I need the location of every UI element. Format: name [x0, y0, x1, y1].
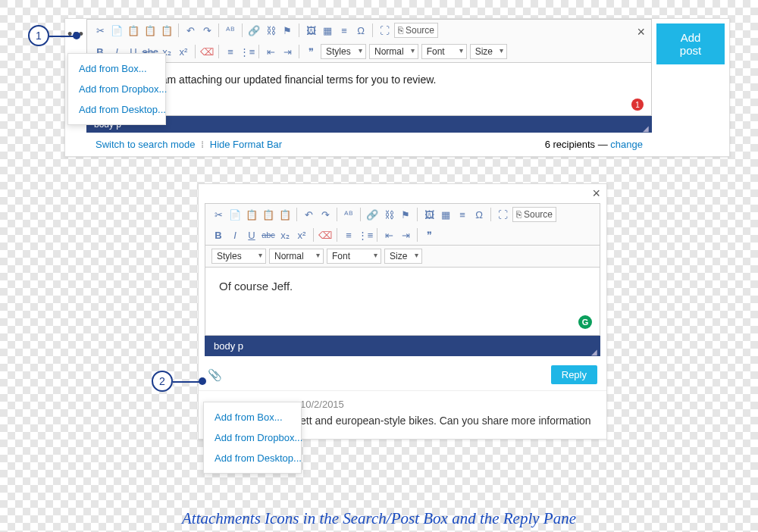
attach-dropbox-item[interactable]: Add from Dropbox... [68, 79, 165, 99]
hr-icon[interactable]: ≡ [456, 208, 469, 221]
editor-status-bar: body p ◢ [86, 116, 652, 133]
table-icon[interactable]: ▦ [439, 208, 453, 221]
paste-icon[interactable]: 📋 [245, 208, 258, 221]
close-icon[interactable]: × [637, 24, 645, 40]
paste-word-icon[interactable]: 📋 [160, 23, 174, 37]
copy-icon[interactable]: 📄 [110, 23, 124, 37]
omega-icon[interactable]: Ω [472, 208, 486, 221]
underline-icon[interactable]: U [245, 228, 258, 242]
hide-format-link[interactable]: Hide Format Bar [210, 139, 282, 150]
source-icon: ⎘ [516, 209, 522, 220]
format-dropdown[interactable]: Normal [269, 249, 324, 264]
editor-content[interactable]: I am attaching our updated financial ter… [86, 63, 652, 116]
cut-icon[interactable]: ✂ [211, 208, 225, 221]
hr-icon[interactable]: ≡ [337, 23, 351, 37]
unlink-icon[interactable]: ⛓ [382, 208, 396, 221]
attach-box-item[interactable]: Add from Box... [204, 407, 301, 427]
bulletlist-icon[interactable]: ⋮≡ [359, 228, 372, 242]
change-recipients-link[interactable]: change [610, 139, 643, 150]
redo-icon[interactable]: ↷ [318, 208, 332, 221]
size-dropdown[interactable]: Size [470, 44, 507, 59]
unlink-icon[interactable]: ⛓ [264, 23, 277, 37]
separator-dots: ⁞ [201, 139, 204, 150]
indent-icon[interactable]: ⇥ [280, 45, 294, 58]
recipients-count: 6 recipients — [545, 139, 611, 150]
outdent-icon[interactable]: ⇤ [382, 228, 396, 242]
separator [258, 45, 259, 58]
post-body: ett and european-style bikes. Can you sh… [300, 415, 596, 427]
font-dropdown[interactable]: Font [421, 44, 467, 59]
redo-icon[interactable]: ↷ [200, 23, 214, 37]
flag-icon[interactable]: ⚑ [280, 23, 294, 37]
paste-word-icon[interactable]: 📋 [278, 208, 292, 221]
blockquote-icon[interactable]: ❞ [304, 45, 318, 58]
erase-icon[interactable]: ⌫ [318, 228, 332, 242]
source-button[interactable]: ⎘ Source [394, 23, 438, 38]
switch-search-link[interactable]: Switch to search mode [96, 139, 196, 150]
separator [296, 208, 297, 221]
outdent-icon[interactable]: ⇤ [264, 45, 277, 58]
strike-icon[interactable]: abc [262, 228, 275, 242]
superscript-icon[interactable]: x² [177, 45, 190, 58]
editor-content[interactable]: Of course Jeff. G [205, 268, 600, 336]
editor-status-bar: body p ◢ [205, 336, 600, 356]
separator [490, 208, 491, 221]
cut-icon[interactable]: ✂ [93, 23, 107, 37]
image-icon[interactable]: 🖼 [422, 208, 436, 221]
omega-icon[interactable]: Ω [354, 23, 368, 37]
separator [417, 228, 418, 242]
reply-button[interactable]: Reply [551, 365, 597, 384]
paste-icon[interactable]: 📋 [127, 23, 140, 37]
maximize-icon[interactable]: ⛶ [496, 208, 509, 221]
bold-icon[interactable]: B [211, 228, 225, 242]
size-dropdown[interactable]: Size [384, 249, 422, 264]
attachment-icon[interactable]: 📎 [208, 368, 222, 382]
erase-icon[interactable]: ⌫ [200, 45, 214, 58]
styles-dropdown[interactable]: Styles [321, 44, 366, 59]
numlist-icon[interactable]: ≡ [224, 45, 237, 58]
post-date: 10/2/2015 [300, 399, 596, 410]
bulletlist-icon[interactable]: ⋮≡ [240, 45, 254, 58]
editor-toolbar-row1: ✂ 📄 📋 📋 📋 ↶ ↷ ᴬᴮ 🔗 ⛓ ⚑ 🖼 ▦ ≡ Ω [86, 19, 652, 41]
copy-icon[interactable]: 📄 [228, 208, 242, 221]
styles-dropdown[interactable]: Styles [211, 249, 266, 264]
source-button[interactable]: ⎘ Source [512, 207, 556, 222]
paste-text-icon[interactable]: 📋 [262, 208, 275, 221]
connector-dot [199, 377, 206, 385]
link-icon[interactable]: 🔗 [365, 208, 379, 221]
image-icon[interactable]: 🖼 [304, 23, 318, 37]
blockquote-icon[interactable]: ❞ [422, 228, 436, 242]
italic-icon[interactable]: I [228, 228, 242, 242]
attach-dropbox-item[interactable]: Add from Dropbox... [204, 427, 301, 448]
flag-icon[interactable]: ⚑ [399, 208, 412, 221]
editor-toolbar-row3: Styles Normal Font Size [205, 246, 600, 268]
attach-desktop-item[interactable]: Add from Desktop... [68, 99, 165, 120]
subscript-icon[interactable]: x₂ [278, 228, 292, 242]
link-icon[interactable]: 🔗 [247, 23, 261, 37]
attach-menu-reply: Add from Box... Add from Dropbox... Add … [203, 402, 302, 474]
add-post-button[interactable]: Add post [656, 23, 725, 64]
callout-badge-1: 1 [28, 25, 49, 46]
separator [417, 208, 418, 221]
editor-toolbar-row1: ✂ 📄 📋 📋 📋 ↶ ↷ ᴬᴮ 🔗 ⛓ ⚑ 🖼 ▦ ≡ Ω ⛶ ⎘ Sourc… [205, 203, 600, 225]
close-icon[interactable]: × [199, 184, 606, 203]
source-label: Source [406, 25, 434, 36]
paste-text-icon[interactable]: 📋 [143, 23, 157, 37]
resize-handle-icon[interactable]: ◢ [643, 124, 649, 133]
format-dropdown[interactable]: Normal [369, 44, 418, 59]
attach-box-item[interactable]: Add from Box... [68, 58, 165, 79]
spell-icon[interactable]: ᴬᴮ [224, 23, 237, 37]
spell-icon[interactable]: ᴬᴮ [342, 208, 356, 221]
resize-handle-icon[interactable]: ◢ [591, 348, 597, 356]
undo-icon[interactable]: ↶ [183, 23, 197, 37]
separator [372, 23, 373, 37]
notification-badge: 1 [631, 99, 644, 111]
undo-icon[interactable]: ↶ [302, 208, 315, 221]
font-dropdown[interactable]: Font [327, 249, 381, 264]
numlist-icon[interactable]: ≡ [342, 228, 356, 242]
maximize-icon[interactable]: ⛶ [377, 23, 391, 37]
indent-icon[interactable]: ⇥ [399, 228, 412, 242]
table-icon[interactable]: ▦ [321, 23, 334, 37]
attach-desktop-item[interactable]: Add from Desktop... [204, 448, 301, 468]
superscript-icon[interactable]: x² [295, 228, 309, 242]
